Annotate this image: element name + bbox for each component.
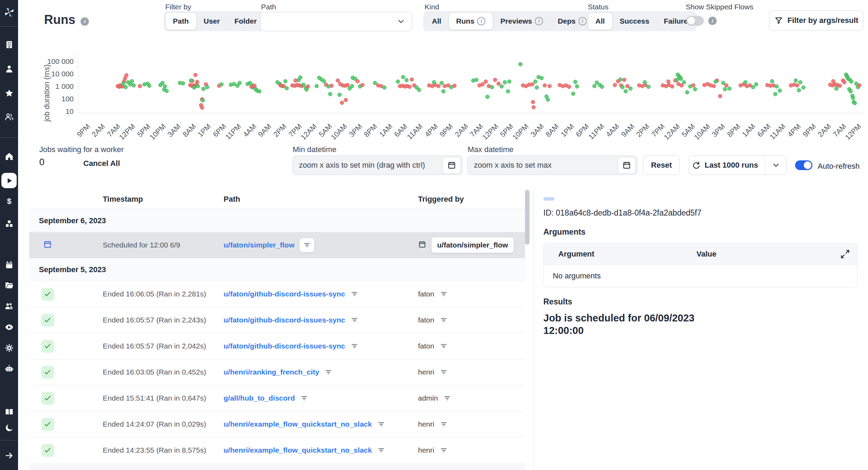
data-point[interactable] bbox=[622, 78, 626, 82]
status-option-success[interactable]: Success bbox=[612, 12, 657, 30]
data-point[interactable] bbox=[853, 101, 857, 105]
data-point[interactable] bbox=[543, 83, 547, 87]
data-point[interactable] bbox=[356, 79, 360, 83]
path-link[interactable]: u/henri/example_flow_quickstart_no_slack bbox=[224, 446, 372, 454]
data-point[interactable] bbox=[646, 85, 651, 89]
max-datetime-input[interactable] bbox=[468, 161, 618, 170]
triggered-by-pill[interactable]: u/faton/simpler_flow bbox=[431, 237, 514, 253]
data-point[interactable] bbox=[304, 87, 309, 92]
table-row[interactable]: Ended 16:03:05 (Ran in 0,452s)u/henri/ra… bbox=[29, 359, 525, 385]
data-point[interactable] bbox=[620, 85, 625, 89]
auto-refresh-toggle[interactable] bbox=[795, 160, 812, 170]
data-point[interactable] bbox=[219, 82, 224, 86]
data-point[interactable] bbox=[328, 92, 332, 96]
sidebar-item-expand-sidebar[interactable] bbox=[3, 450, 15, 461]
data-point[interactable] bbox=[518, 62, 523, 66]
data-point[interactable] bbox=[532, 105, 536, 109]
data-point[interactable] bbox=[670, 84, 674, 89]
filter-args-button[interactable]: Filter by args/result bbox=[769, 10, 863, 31]
path-link[interactable]: u/faton/github-discord-issues-sync bbox=[224, 316, 345, 324]
data-point[interactable] bbox=[452, 84, 457, 88]
data-point[interactable] bbox=[124, 85, 128, 89]
filter-by-option-user[interactable]: User bbox=[197, 12, 227, 30]
data-point[interactable] bbox=[493, 78, 497, 82]
sidebar-item-workspace[interactable] bbox=[3, 39, 15, 50]
path-link[interactable]: u/faton/simpler_flow bbox=[224, 241, 294, 249]
path-filter-select[interactable] bbox=[260, 12, 412, 31]
data-point[interactable] bbox=[773, 92, 777, 96]
sidebar-item-home[interactable] bbox=[3, 151, 15, 162]
data-point[interactable] bbox=[130, 79, 134, 83]
kind-option-all[interactable]: All bbox=[425, 12, 449, 30]
path-filter-icon[interactable] bbox=[377, 446, 386, 455]
data-point[interactable] bbox=[712, 84, 716, 88]
path-filter-icon[interactable] bbox=[350, 316, 359, 325]
sidebar-item-user[interactable] bbox=[3, 63, 15, 74]
data-point[interactable] bbox=[474, 78, 478, 82]
min-datetime-input[interactable] bbox=[293, 161, 443, 170]
data-point[interactable] bbox=[257, 89, 261, 93]
data-point[interactable] bbox=[121, 82, 125, 86]
chart-plot[interactable] bbox=[78, 52, 865, 113]
sidebar-item-runs[interactable] bbox=[1, 173, 17, 188]
data-point[interactable] bbox=[573, 80, 577, 84]
show-skipped-toggle[interactable] bbox=[686, 16, 704, 26]
data-point[interactable] bbox=[340, 101, 344, 105]
data-point[interactable] bbox=[754, 82, 758, 86]
data-point[interactable] bbox=[181, 81, 185, 85]
path-filter-icon[interactable] bbox=[300, 394, 309, 403]
path-filter-icon[interactable] bbox=[350, 289, 359, 299]
data-point[interactable] bbox=[801, 85, 806, 90]
sidebar-item-resources[interactable] bbox=[3, 218, 15, 229]
data-point[interactable] bbox=[546, 98, 550, 102]
data-point[interactable] bbox=[575, 84, 579, 89]
data-point[interactable] bbox=[283, 79, 287, 83]
data-point[interactable] bbox=[298, 75, 302, 79]
last-runs-refresh-button[interactable]: Last 1000 runs bbox=[689, 156, 761, 175]
data-point[interactable] bbox=[857, 83, 861, 87]
sidebar-item-settings[interactable] bbox=[3, 342, 15, 353]
reset-button[interactable]: Reset bbox=[643, 156, 680, 175]
data-point[interactable] bbox=[132, 83, 136, 87]
table-row[interactable]: Ended 14:24:07 (Ran in 0,029s)u/henri/ex… bbox=[29, 411, 525, 437]
windmill-logo-icon[interactable] bbox=[3, 7, 15, 18]
sidebar-item-dark-mode[interactable] bbox=[3, 422, 15, 433]
data-point[interactable] bbox=[201, 98, 205, 102]
data-point[interactable] bbox=[329, 84, 334, 88]
data-point[interactable] bbox=[441, 89, 445, 93]
show-skipped-info-icon[interactable]: i bbox=[708, 17, 717, 25]
sidebar-item-schedules[interactable] bbox=[3, 259, 15, 270]
table-row[interactable]: Ended 15:51:41 (Ran in 0,647s)g/all/hub_… bbox=[29, 385, 525, 411]
data-point[interactable] bbox=[679, 77, 683, 81]
data-point[interactable] bbox=[775, 84, 779, 89]
data-point[interactable] bbox=[682, 80, 686, 84]
triggered-by-filter-icon[interactable] bbox=[439, 368, 448, 377]
data-point[interactable] bbox=[613, 83, 617, 87]
data-point[interactable] bbox=[506, 89, 510, 93]
data-point[interactable] bbox=[794, 78, 798, 83]
sidebar-item-ai[interactable] bbox=[3, 363, 15, 374]
min-datetime-calendar-button[interactable] bbox=[443, 157, 461, 174]
path-filter-icon[interactable] bbox=[299, 238, 315, 252]
data-point[interactable] bbox=[404, 78, 409, 82]
path-link[interactable]: u/henri/example_flow_quickstart_no_slack bbox=[224, 420, 372, 428]
data-point[interactable] bbox=[196, 84, 200, 88]
expand-icon[interactable] bbox=[840, 249, 850, 261]
data-point[interactable] bbox=[503, 80, 507, 84]
data-point[interactable] bbox=[396, 79, 400, 84]
data-point[interactable] bbox=[842, 80, 846, 84]
sidebar-item-workers[interactable] bbox=[3, 301, 15, 312]
path-link[interactable]: u/faton/github-discord-issues-sync bbox=[224, 290, 345, 298]
data-point[interactable] bbox=[531, 100, 535, 104]
data-point[interactable] bbox=[770, 79, 774, 83]
data-point[interactable] bbox=[567, 85, 571, 89]
data-point[interactable] bbox=[795, 83, 799, 87]
sidebar-item-audit-logs[interactable] bbox=[3, 321, 15, 333]
data-point[interactable] bbox=[200, 106, 204, 110]
title-info-icon[interactable]: i bbox=[81, 17, 89, 26]
path-link[interactable]: g/all/hub_to_discord bbox=[224, 394, 295, 402]
triggered-by-filter-icon[interactable] bbox=[443, 394, 452, 403]
data-point[interactable] bbox=[533, 79, 537, 84]
data-point[interactable] bbox=[628, 86, 633, 91]
filter-by-option-path[interactable]: Path bbox=[165, 12, 197, 30]
